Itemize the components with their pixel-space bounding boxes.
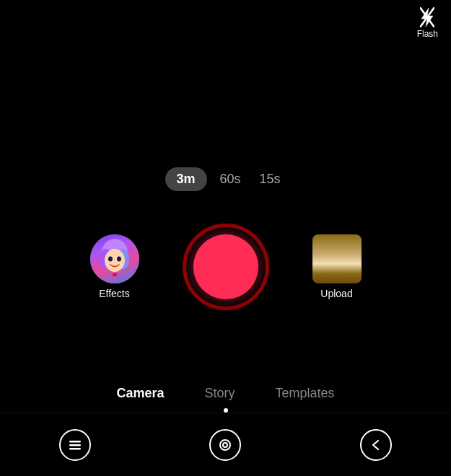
svg-rect-12 — [69, 448, 81, 450]
effects-avatar-svg — [93, 237, 136, 281]
menu-icon-circle — [59, 429, 91, 461]
camera-controls: Effects Upload — [0, 224, 451, 310]
effects-avatar-inner — [90, 234, 139, 283]
menu-nav-button[interactable] — [57, 427, 93, 463]
svg-rect-11 — [69, 444, 81, 446]
svg-point-6 — [108, 257, 113, 262]
bottom-nav — [0, 413, 451, 476]
svg-point-14 — [223, 443, 227, 447]
svg-point-5 — [105, 249, 125, 272]
tab-story[interactable]: Story — [198, 383, 240, 404]
svg-point-7 — [117, 257, 121, 262]
back-icon-circle — [360, 429, 392, 461]
record-button-inner — [193, 234, 258, 299]
menu-icon — [67, 437, 83, 453]
duration-15s[interactable]: 15s — [254, 169, 286, 190]
camera-nav-icon — [217, 437, 233, 453]
upload-label: Upload — [320, 288, 352, 299]
back-nav-button[interactable] — [358, 427, 394, 463]
tab-templates[interactable]: Templates — [270, 383, 341, 404]
effects-avatar — [90, 234, 139, 283]
upload-thumbnail — [312, 234, 362, 283]
tab-bar: Camera Story Templates — [0, 383, 451, 404]
tab-camera[interactable]: Camera — [110, 383, 170, 404]
back-icon — [368, 437, 384, 453]
effects-label: Effects — [99, 288, 130, 299]
duration-3m[interactable]: 3m — [165, 167, 206, 191]
flash-button[interactable]: Flash — [417, 7, 438, 39]
upload-thumbnail-image — [312, 234, 362, 283]
svg-rect-10 — [69, 441, 81, 443]
record-button[interactable] — [183, 224, 269, 310]
camera-nav-button[interactable] — [207, 427, 243, 463]
camera-icon-circle — [209, 429, 241, 461]
effects-button[interactable]: Effects — [90, 234, 139, 299]
svg-point-13 — [220, 440, 230, 450]
duration-60s[interactable]: 60s — [214, 169, 246, 190]
upload-button[interactable]: Upload — [312, 234, 362, 299]
flash-icon — [420, 7, 434, 27]
svg-rect-9 — [113, 273, 117, 276]
flash-label: Flash — [417, 29, 438, 39]
duration-selector: 3m 60s 15s — [165, 167, 286, 191]
